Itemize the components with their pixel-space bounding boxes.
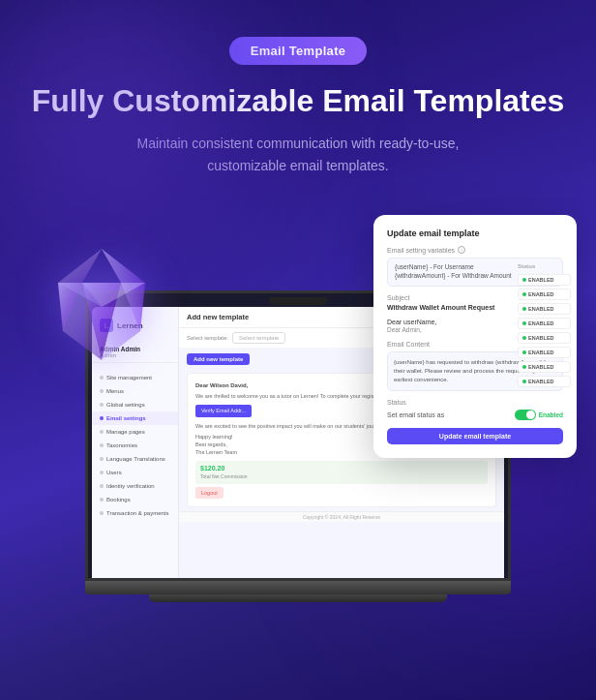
status-badge-6: ENABLED (518, 347, 571, 358)
variables-label: Email setting variables i (387, 246, 563, 254)
svg-marker-0 (102, 249, 145, 283)
status-badge-2: ENABLED (518, 289, 571, 300)
sidebar-item-users[interactable]: Users (92, 466, 178, 479)
sidebar-item-manage-pages[interactable]: Manage pages (92, 425, 178, 439)
sidebar-item-site-management[interactable]: Site management (92, 371, 178, 384)
add-new-template-button[interactable]: Add new template (187, 353, 250, 365)
modal-title: Update email template (387, 228, 563, 238)
status-badge-8: ENABLED (518, 376, 571, 387)
status-column: Status ENABLED ENABLED ENABLED ENABLED E… (518, 263, 571, 387)
sidebar-item-transactions[interactable]: Transaction & payments (92, 506, 178, 520)
update-email-template-button[interactable]: Update email template (387, 428, 563, 444)
template-select-box[interactable]: Select template (232, 332, 285, 344)
status-toggle[interactable]: Enabled (515, 410, 563, 420)
info-icon: i (458, 246, 465, 254)
amount-value: $120.20 (200, 464, 483, 474)
hero-subtitle: Maintain consistent communication with r… (134, 133, 462, 176)
sidebar-item-identity-verification[interactable]: Identity verification (92, 479, 178, 493)
sidebar-item-email-settings[interactable]: Email settings (92, 411, 178, 425)
select-label: Select template: (187, 335, 228, 341)
sidebar-item-language-translations[interactable]: Language Translations (92, 452, 178, 466)
sidebar-item-bookings[interactable]: Bookings (92, 493, 178, 506)
mockup-area: Lernen Admin Admin Admin Site management… (0, 186, 596, 602)
amount-label: Total Net Commission (200, 473, 483, 481)
badge-wrap: Email Template (0, 0, 596, 65)
status-badge-7: ENABLED (518, 361, 571, 373)
sidebar-item-menus[interactable]: Menus (92, 384, 178, 398)
toggle-label: Enabled (539, 411, 563, 418)
hero-title: Fully Customizable Email Templates (29, 82, 567, 119)
copyright-text: Copyright © 2024, All Right Reserve (179, 511, 504, 522)
svg-marker-1 (58, 249, 102, 283)
status-label: Status (387, 399, 563, 406)
status-badge-3: ENABLED (518, 303, 571, 315)
update-email-modal: Update email template Email setting vari… (373, 215, 577, 458)
email-template-badge: Email Template (229, 37, 368, 65)
sidebar-item-global-settings[interactable]: Global settings (92, 398, 178, 411)
sidebar-item-taxonomies[interactable]: Taxonomies (92, 439, 178, 452)
status-badge-4: ENABLED (518, 318, 571, 329)
status-column-header: Status (518, 263, 571, 269)
email-amount-block: $120.20 Total Net Commission (195, 461, 488, 484)
gem-decoration (39, 244, 164, 370)
hero-section: Fully Customizable Email Templates Maint… (0, 82, 596, 176)
verify-email-button[interactable]: Verify Email Addr... (195, 405, 252, 416)
template-panel-title: Add new template (187, 313, 249, 321)
status-badge-5: ENABLED (518, 332, 571, 344)
logout-button[interactable]: Logout (195, 487, 224, 499)
status-row: Set email status as Enabled (387, 410, 563, 420)
set-status-label: Set email status as (387, 411, 444, 418)
status-badge-1: ENABLED (518, 274, 571, 286)
